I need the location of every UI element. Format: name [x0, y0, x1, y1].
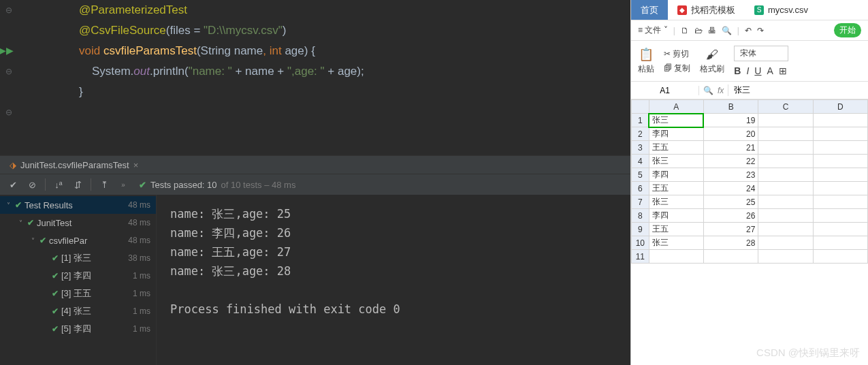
copy-button[interactable]: 🗐 复制	[664, 63, 690, 74]
fold-icon[interactable]: ⊖	[5, 5, 12, 15]
font-format-group: B I U A ⊞	[734, 65, 788, 76]
run-tab-label: JunitTest.csvfileParamsTest	[20, 160, 129, 170]
bold-button[interactable]: B	[734, 65, 741, 76]
formula-value[interactable]: 张三	[728, 84, 756, 96]
test-config-icon: ⬗	[10, 160, 16, 170]
spreadsheet-ribbon: 📋 粘贴 ✂ 剪切 🗐 复制 🖌 格式刷 宋体 B I U A ⊞	[631, 41, 868, 82]
paste-icon[interactable]: 📋	[639, 47, 654, 62]
sort-button[interactable]: ↓ª	[50, 176, 67, 193]
spreadsheet-panel: 首页◆找稻壳模板Smycsv.csv ≡ 文件 ˅ | 🗋 🗁 🖶 🔍 | ↶ …	[630, 0, 868, 365]
underline-button[interactable]: U	[754, 65, 761, 76]
format-painter-icon[interactable]: 🖌	[706, 48, 718, 62]
check-icon: ✔	[139, 180, 146, 190]
fx-icon[interactable]: 🔍fx	[699, 86, 728, 95]
editor-gutter: ⊖ ▶▶ ⊖ ⊖	[0, 0, 25, 155]
show-ignored-toggle[interactable]: ⊘	[23, 176, 41, 193]
cell-reference[interactable]: A1	[631, 86, 699, 95]
open-icon[interactable]: 🗁	[694, 26, 703, 35]
redo-icon[interactable]: ↷	[757, 26, 764, 35]
code-content[interactable]: @ParameterizedTest @CsvFileSource(files …	[25, 0, 364, 155]
font-select[interactable]: 宋体	[734, 46, 788, 61]
fold-icon[interactable]: ⊖	[5, 108, 12, 117]
run-gutter-icon[interactable]: ▶▶	[0, 45, 14, 56]
spreadsheet-tab[interactable]: Smycsv.csv	[745, 0, 818, 20]
fold-icon[interactable]: ⊖	[5, 67, 12, 76]
format-painter-label[interactable]: 格式刷	[700, 63, 724, 75]
file-menu[interactable]: ≡ 文件 ˅	[638, 25, 668, 36]
annotation: @CsvFileSource	[79, 24, 166, 37]
run-tab-bar: ⬗ JunitTest.csvfileParamsTest ×	[0, 155, 630, 174]
ide-panel: ⊖ ▶▶ ⊖ ⊖ @ParameterizedTest @CsvFileSour…	[0, 0, 630, 365]
start-button[interactable]: 开始	[834, 23, 861, 37]
test-tree-row[interactable]: ✔[2] 李四1 ms	[0, 267, 156, 285]
spreadsheet-tab[interactable]: 首页	[631, 0, 668, 20]
cut-button[interactable]: ✂ 剪切	[664, 48, 690, 60]
test-toolbar: ✔ ⊘ ↓ª ⇵ ⤒ » ✔ Tests passed: 10 of 10 te…	[0, 174, 630, 195]
border-button[interactable]: ⊞	[779, 65, 787, 76]
test-tree-row[interactable]: ˅✔JunitTest48 ms	[0, 214, 156, 232]
tests-passed-count: Tests passed: 10	[150, 180, 217, 190]
paste-label[interactable]: 粘贴	[638, 63, 654, 75]
test-tree[interactable]: ˅✔Test Results48 ms˅✔JunitTest48 ms˅✔csv…	[0, 195, 157, 365]
tests-total: of 10 tests – 48 ms	[221, 180, 296, 190]
undo-icon[interactable]: ↶	[745, 26, 752, 35]
formula-bar: A1 🔍fx 张三	[631, 82, 868, 99]
save-icon[interactable]: 🗋	[681, 26, 689, 35]
more-button[interactable]: »	[114, 176, 132, 193]
print-icon[interactable]: 🖶	[708, 26, 716, 35]
preview-icon[interactable]: 🔍	[722, 26, 732, 35]
show-passed-toggle[interactable]: ✔	[4, 176, 22, 193]
watermark: CSDN @快到锅里来呀	[756, 347, 860, 360]
console-output[interactable]: name: 张三,age: 25name: 李四,age: 26name: 王五…	[157, 195, 630, 365]
run-tab[interactable]: ⬗ JunitTest.csvfileParamsTest ×	[3, 157, 145, 173]
spreadsheet-tab[interactable]: ◆找稻壳模板	[668, 0, 745, 20]
test-tree-row[interactable]: ✔[4] 张三1 ms	[0, 302, 156, 320]
expand-button[interactable]: ⇵	[69, 176, 86, 193]
annotation: @ParameterizedTest	[79, 3, 187, 16]
results-pane: ˅✔Test Results48 ms˅✔JunitTest48 ms˅✔csv…	[0, 195, 630, 365]
spreadsheet-tabs: 首页◆找稻壳模板Smycsv.csv	[631, 0, 868, 20]
spreadsheet-menubar: ≡ 文件 ˅ | 🗋 🗁 🖶 🔍 | ↶ ↷ 开始	[631, 20, 868, 41]
spreadsheet-grid[interactable]: ABCD1张三192李四203王五214张三225李四236王五247张三258…	[631, 99, 868, 365]
test-tree-row[interactable]: ✔[1] 张三38 ms	[0, 249, 156, 267]
font-color-button[interactable]: A	[767, 65, 773, 76]
code-editor[interactable]: ⊖ ▶▶ ⊖ ⊖ @ParameterizedTest @CsvFileSour…	[0, 0, 630, 155]
test-tree-row[interactable]: ✔[3] 王五1 ms	[0, 285, 156, 302]
close-icon[interactable]: ×	[133, 160, 139, 170]
italic-button[interactable]: I	[746, 65, 749, 76]
test-tree-row[interactable]: ✔[5] 李四1 ms	[0, 320, 156, 338]
collapse-button[interactable]: ⤒	[95, 176, 113, 193]
test-tree-row[interactable]: ˅✔csvfilePar48 ms	[0, 232, 156, 249]
test-tree-row[interactable]: ˅✔Test Results48 ms	[0, 196, 156, 214]
test-status: ✔ Tests passed: 10 of 10 tests – 48 ms	[139, 180, 295, 190]
